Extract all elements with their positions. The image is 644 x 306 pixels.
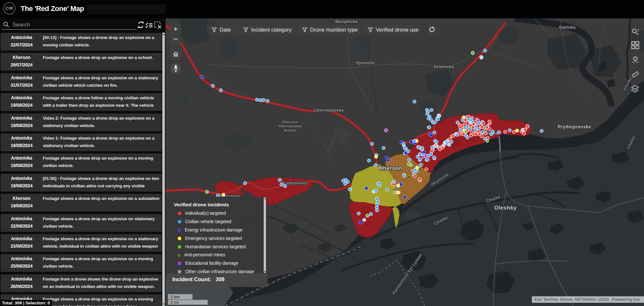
svg-text:Oleshky: Oleshky [494,205,517,211]
svg-text:Chornobaivka: Chornobaivka [314,108,344,113]
svg-text:Kherson: Kherson [379,165,402,171]
svg-text:Airport: Airport [284,128,297,132]
svg-text:Muzykivka: Muzykivka [335,19,358,24]
svg-text:Zelenivka: Zelenivka [433,64,454,69]
svg-text:Kherson: Kherson [282,120,298,124]
svg-text:International: International [279,124,302,128]
svg-text:Prydniprovske: Prydniprovske [558,124,591,129]
svg-text:Darivka: Darivka [559,25,576,30]
svg-text:Vysuntsi: Vysuntsi [356,60,374,65]
